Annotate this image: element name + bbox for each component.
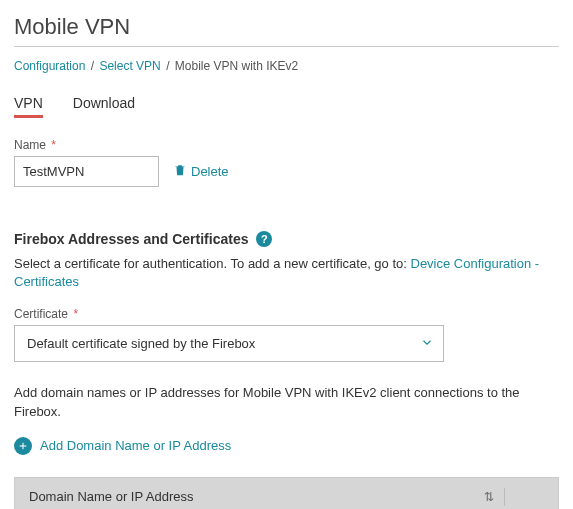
name-input[interactable]: [14, 156, 159, 187]
breadcrumb-sep: /: [166, 59, 169, 73]
firebox-heading-text: Firebox Addresses and Certificates: [14, 231, 248, 247]
cert-desc-text: Select a certificate for authentication.…: [14, 256, 411, 271]
certificate-label-text: Certificate: [14, 307, 68, 321]
add-domain-button[interactable]: Add Domain Name or IP Address: [14, 437, 231, 455]
add-domain-label: Add Domain Name or IP Address: [40, 438, 231, 453]
breadcrumb-sep: /: [91, 59, 94, 73]
certificate-select[interactable]: Default certificate signed by the Firebo…: [14, 325, 444, 362]
name-label: Name *: [14, 138, 559, 152]
page-title: Mobile VPN: [14, 14, 559, 40]
domain-table-header: Domain Name or IP Address ⇅: [15, 478, 558, 509]
firebox-section-heading: Firebox Addresses and Certificates ?: [14, 231, 559, 247]
name-field-group: Name * Delete: [14, 138, 559, 187]
certificate-label: Certificate *: [14, 307, 559, 321]
delete-button[interactable]: Delete: [173, 163, 229, 180]
certificate-description: Select a certificate for authentication.…: [14, 255, 559, 291]
tab-vpn[interactable]: VPN: [14, 95, 43, 118]
breadcrumb: Configuration / Select VPN / Mobile VPN …: [14, 59, 559, 73]
domain-table: Domain Name or IP Address ⇅ No Domain Na…: [14, 477, 559, 509]
breadcrumb-link-select-vpn[interactable]: Select VPN: [99, 59, 160, 73]
plus-icon: [14, 437, 32, 455]
domain-description: Add domain names or IP addresses for Mob…: [14, 384, 559, 420]
delete-label: Delete: [191, 164, 229, 179]
tabs: VPN Download: [14, 95, 559, 118]
trash-icon: [173, 163, 187, 180]
title-divider: [14, 46, 559, 47]
certificate-select-value: Default certificate signed by the Firebo…: [14, 325, 444, 362]
breadcrumb-current: Mobile VPN with IKEv2: [175, 59, 298, 73]
required-indicator: *: [51, 138, 56, 152]
domain-column-header[interactable]: Domain Name or IP Address: [29, 489, 484, 504]
required-indicator: *: [73, 307, 78, 321]
sort-icon[interactable]: ⇅: [484, 490, 494, 504]
name-label-text: Name: [14, 138, 46, 152]
tab-download[interactable]: Download: [73, 95, 135, 118]
actions-column-header: [504, 488, 544, 506]
breadcrumb-link-configuration[interactable]: Configuration: [14, 59, 85, 73]
help-icon[interactable]: ?: [256, 231, 272, 247]
